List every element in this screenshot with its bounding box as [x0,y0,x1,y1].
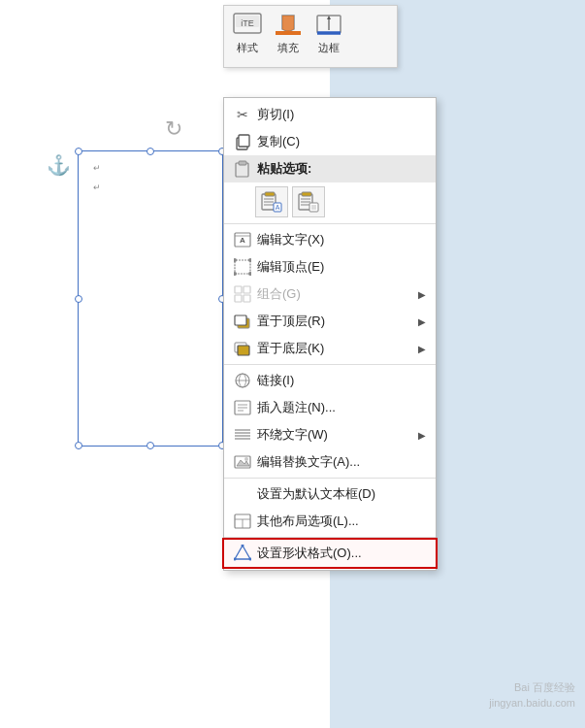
style-icon-group[interactable]: iTE 样式 [232,12,263,55]
menu-item-wrap-text[interactable]: 环绕文字(W) ▶ [224,421,436,448]
group-arrow: ▶ [418,289,426,300]
anchor-icon: ⚓ [47,153,71,177]
send-to-back-arrow: ▶ [418,344,426,354]
menu-item-send-to-back[interactable]: 置于底层(K) ▶ [224,335,436,362]
menu-item-format-shape[interactable]: 设置形状格式(O)... [224,540,436,567]
svg-point-29 [234,258,237,262]
edit-text-label: 编辑文字(X) [257,231,426,248]
other-layout-icon [232,512,253,531]
svg-rect-40 [238,346,249,355]
svg-text:A: A [276,204,280,211]
edit-alt-text-icon [232,452,253,472]
wrap-text-icon [232,425,253,445]
send-to-back-icon [232,339,253,358]
style-label: 样式 [237,41,258,55]
other-layout-label: 其他布局选项(L)... [257,513,426,530]
menu-item-bring-to-front[interactable]: 置于顶层(R) ▶ [224,308,436,335]
handle-top-middle[interactable] [146,148,154,155]
format-shape-label: 设置形状格式(O)... [257,545,426,562]
edit-points-icon [232,257,253,277]
toolbar-popup: iTE 样式 填充 边框 [223,5,398,68]
send-to-back-label: 置于底层(K) [257,340,418,357]
format-shape-icon [232,544,253,563]
svg-point-30 [248,258,251,262]
svg-text:A: A [240,236,245,245]
svg-text:iTE: iTE [241,18,254,28]
insert-caption-icon [232,398,253,417]
menu-item-cut[interactable]: ✂ 剪切(I) [224,101,436,128]
menu-item-other-layout[interactable]: 其他布局选项(L)... [224,508,436,535]
bring-to-front-icon [232,312,253,331]
svg-rect-3 [276,31,301,35]
fill-label: 填充 [277,41,299,55]
svg-rect-35 [235,295,242,302]
paste-options-row: A [224,182,436,221]
edit-text-icon: A [232,230,253,249]
menu-item-edit-alt-text[interactable]: 编辑替换文字(A)... [224,448,436,476]
separator-2 [224,364,436,365]
menu-item-insert-caption[interactable]: 插入题注(N)... [224,394,436,421]
default-textbox-label: 设置为默认文本框(D) [257,485,426,503]
fill-icon [273,12,304,39]
border-icon [313,12,344,39]
svg-rect-38 [235,315,246,325]
svg-point-32 [248,272,251,276]
menu-item-edit-points[interactable]: 编辑顶点(E) [224,253,436,281]
watermark-line2: jingyan.baidu.com [489,696,575,711]
group-label: 组合(G) [257,285,418,303]
svg-rect-12 [265,192,275,196]
menu-item-copy[interactable]: 复制(C) [224,128,436,155]
cut-icon: ✂ [232,105,253,124]
svg-rect-36 [244,295,250,302]
svg-rect-19 [302,192,311,196]
style-icon: iTE [232,12,263,39]
border-icon-group[interactable]: 边框 [313,12,344,55]
handle-bottom-left[interactable] [75,442,82,449]
rotate-icon: ↻ [165,116,182,142]
wrap-text-label: 环绕文字(W) [257,426,418,444]
link-label: 链接(I) [257,372,426,389]
handle-bottom-middle[interactable] [146,442,154,449]
default-textbox-icon [232,484,253,504]
copy-label: 复制(C) [257,133,426,150]
svg-rect-24 [311,205,316,210]
watermark-line1: Bai 百度经验 [489,680,575,695]
watermark: Bai 百度经验 jingyan.baidu.com [489,680,575,711]
menu-item-edit-text[interactable]: A 编辑文字(X) [224,226,436,253]
svg-point-31 [234,272,237,276]
context-menu: ✂ 剪切(I) 复制(C) 粘贴选项: [223,97,437,571]
link-icon [232,371,253,390]
copy-icon [232,132,253,151]
menu-item-default-textbox[interactable]: 设置为默认文本框(D) [224,480,436,508]
svg-point-53 [244,457,248,461]
wrap-text-arrow: ▶ [418,430,426,441]
handle-middle-left[interactable] [75,295,82,303]
paste-header-label: 粘贴选项: [257,160,426,178]
edit-points-label: 编辑顶点(E) [257,258,426,276]
svg-marker-57 [235,546,250,559]
menu-item-link[interactable]: 链接(I) [224,367,436,394]
bring-to-front-arrow: ▶ [418,316,426,327]
paste-option-1[interactable]: A [255,186,288,217]
paste-option-2[interactable] [292,186,325,217]
menu-item-group[interactable]: 组合(G) ▶ [224,281,436,308]
menu-item-paste-header: 粘贴选项: [224,155,436,182]
selection-box [78,150,223,447]
separator-3 [224,478,436,479]
insert-caption-label: 插入题注(N)... [257,399,426,416]
bring-to-front-label: 置于顶层(R) [257,313,418,330]
svg-rect-8 [239,135,249,147]
separator-1 [224,223,436,224]
cut-label: 剪切(I) [257,106,426,123]
group-icon [232,284,253,304]
svg-rect-33 [235,286,242,293]
fill-icon-group[interactable]: 填充 [273,12,304,55]
svg-rect-34 [244,286,250,293]
edit-alt-text-label: 编辑替换文字(A)... [257,453,426,471]
paste-header-icon [232,159,253,179]
handle-top-left[interactable] [75,148,82,155]
svg-rect-10 [239,161,246,165]
border-label: 边框 [318,41,340,55]
separator-4 [224,537,436,538]
document-background: ↵ ↵ ⚓ ↻ iTE 样式 [0,0,585,728]
